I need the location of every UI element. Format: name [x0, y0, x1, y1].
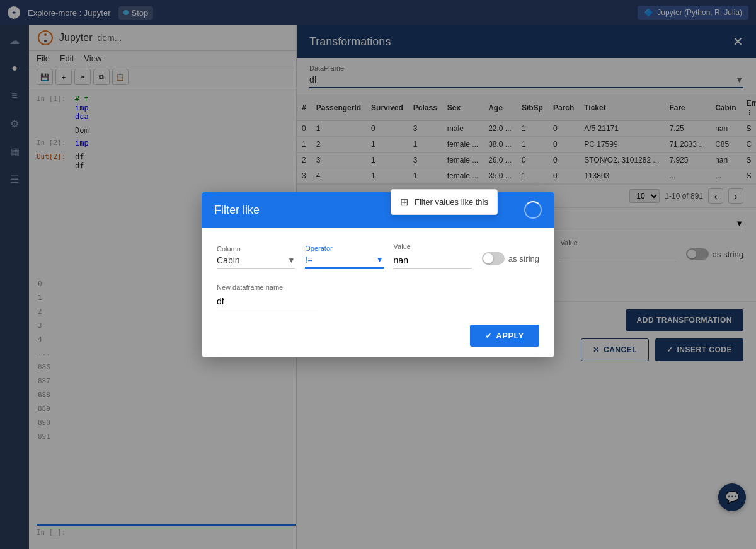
filter-modal-body: Column Cabin ▼ Operator != ▼ Value — [202, 228, 554, 357]
filter-modal-as-string-label: as string — [508, 254, 539, 263]
filter-modal-operator-arrow: ▼ — [376, 255, 384, 264]
apply-label: APPLY — [496, 331, 524, 340]
filter-tooltip-icon: ⊞ — [400, 196, 408, 208]
filter-modal-value-input[interactable] — [394, 253, 472, 269]
filter-modal-operator-select[interactable]: != ▼ — [305, 255, 383, 269]
filter-modal-column-value: Cabin — [217, 255, 287, 265]
filter-modal-toggle-knob — [483, 253, 493, 263]
filter-modal-as-string: as string — [482, 252, 539, 269]
filter-modal-operator-label: Operator — [305, 245, 383, 252]
filter-modal-footer: ✓ APPLY — [217, 325, 539, 347]
filter-modal-row-1: Column Cabin ▼ Operator != ▼ Value — [217, 243, 539, 269]
filter-modal-header: Filter like — [202, 192, 554, 228]
filter-modal-spinner — [524, 201, 542, 219]
filter-modal-title: Filter like — [214, 204, 260, 217]
modal-backdrop: ⊞ Filter values like this Filter like Co… — [0, 0, 756, 549]
filter-tooltip: ⊞ Filter values like this — [391, 189, 498, 215]
filter-modal: Filter like Column Cabin ▼ Operator — [202, 192, 554, 357]
filter-modal-value-label: Value — [394, 243, 472, 250]
filter-modal-column-arrow: ▼ — [287, 256, 295, 265]
filter-modal-value-field: Value — [394, 243, 472, 269]
filter-modal-new-df-input[interactable] — [217, 294, 318, 309]
filter-modal-new-df: New dataframe name — [217, 284, 539, 309]
filter-modal-operator-field: Operator != ▼ — [305, 245, 383, 269]
filter-tooltip-text: Filter values like this — [415, 197, 488, 207]
filter-modal-column-select[interactable]: Cabin ▼ — [217, 255, 295, 269]
filter-modal-new-df-label: New dataframe name — [217, 284, 539, 291]
apply-button[interactable]: ✓ APPLY — [470, 325, 539, 347]
apply-checkmark: ✓ — [485, 331, 493, 340]
filter-modal-toggle[interactable] — [482, 252, 505, 265]
filter-modal-column-field: Column Cabin ▼ — [217, 245, 295, 269]
filter-modal-operator-value: != — [305, 255, 375, 265]
filter-modal-column-label: Column — [217, 245, 295, 253]
